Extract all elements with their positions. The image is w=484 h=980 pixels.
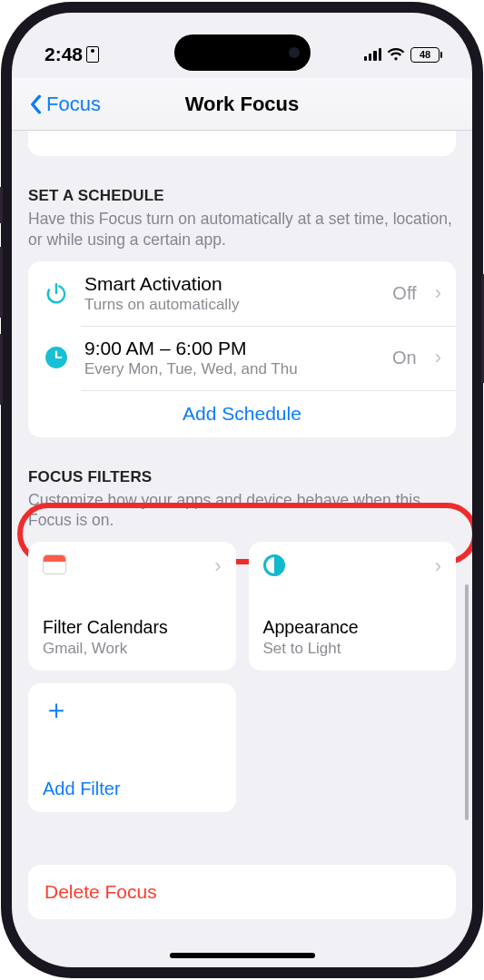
add-schedule-label: Add Schedule xyxy=(183,390,301,437)
wifi-icon xyxy=(387,48,405,62)
filter-title: Filter Calendars xyxy=(43,617,222,638)
smart-activation-row[interactable]: Smart Activation Turns on automatically … xyxy=(28,261,456,326)
row-value: Off xyxy=(392,283,416,304)
home-indicator[interactable] xyxy=(170,953,315,958)
battery-level: 48 xyxy=(420,49,430,60)
chevron-right-icon: › xyxy=(435,281,441,305)
back-label: Focus xyxy=(46,93,101,116)
nav-bar: Focus Work Focus xyxy=(12,78,472,131)
scroll-indicator xyxy=(465,584,469,820)
side-button-silence xyxy=(0,187,3,223)
filter-subtitle: Set to Light xyxy=(263,640,442,658)
row-value: On xyxy=(392,348,417,368)
time-schedule-row[interactable]: 9:00 AM – 6:00 PM Every Mon, Tue, Wed, a… xyxy=(28,326,456,390)
calendar-icon xyxy=(43,554,66,574)
filter-title: Appearance xyxy=(263,617,442,638)
row-subtitle: Every Mon, Tue, Wed, and Thu xyxy=(84,360,378,378)
back-button[interactable]: Focus xyxy=(28,93,101,116)
chevron-left-icon xyxy=(28,94,43,114)
row-title: 9:00 AM – 6:00 PM xyxy=(84,338,378,359)
add-filter-label: Add Filter xyxy=(43,779,222,799)
filters-subheading: Customize how your apps and device behav… xyxy=(28,490,456,532)
delete-focus-label: Delete Focus xyxy=(44,881,440,903)
filter-subtitle: Gmail, Work xyxy=(43,640,222,658)
plus-icon: ＋ xyxy=(43,696,222,723)
filters-heading: FOCUS FILTERS xyxy=(28,468,456,486)
appearance-card[interactable]: › Appearance Set to Light xyxy=(249,542,457,671)
side-button-volume-up xyxy=(0,247,3,318)
previous-section-card xyxy=(28,131,456,156)
power-icon xyxy=(43,279,70,307)
chevron-right-icon: › xyxy=(435,346,441,369)
battery-icon: 48 xyxy=(410,47,440,63)
appearance-icon xyxy=(263,554,285,576)
orientation-lock-icon xyxy=(86,46,99,63)
status-time: 2:48 xyxy=(44,44,83,65)
dynamic-island xyxy=(174,34,311,71)
row-subtitle: Turns on automatically xyxy=(84,296,378,314)
clock-icon xyxy=(43,344,70,371)
schedule-subheading: Have this Focus turn on automatically at… xyxy=(28,209,456,250)
cellular-icon xyxy=(364,48,381,61)
add-schedule-row[interactable]: Add Schedule xyxy=(28,390,456,437)
side-button-volume-down xyxy=(0,334,3,405)
phone-frame: 2:48 48 Focus Work Focus SET A SCHEDULE … xyxy=(1,2,483,978)
filter-calendars-card[interactable]: › Filter Calendars Gmail, Work xyxy=(28,542,236,671)
delete-focus-row[interactable]: Delete Focus xyxy=(28,865,456,919)
row-title: Smart Activation xyxy=(84,273,378,295)
chevron-right-icon: › xyxy=(435,554,441,578)
add-filter-card[interactable]: ＋ Add Filter xyxy=(28,683,236,812)
chevron-right-icon: › xyxy=(214,554,221,578)
schedule-heading: SET A SCHEDULE xyxy=(28,187,456,205)
schedule-list: Smart Activation Turns on automatically … xyxy=(28,261,456,437)
screen: 2:48 48 Focus Work Focus SET A SCHEDULE … xyxy=(12,13,472,967)
